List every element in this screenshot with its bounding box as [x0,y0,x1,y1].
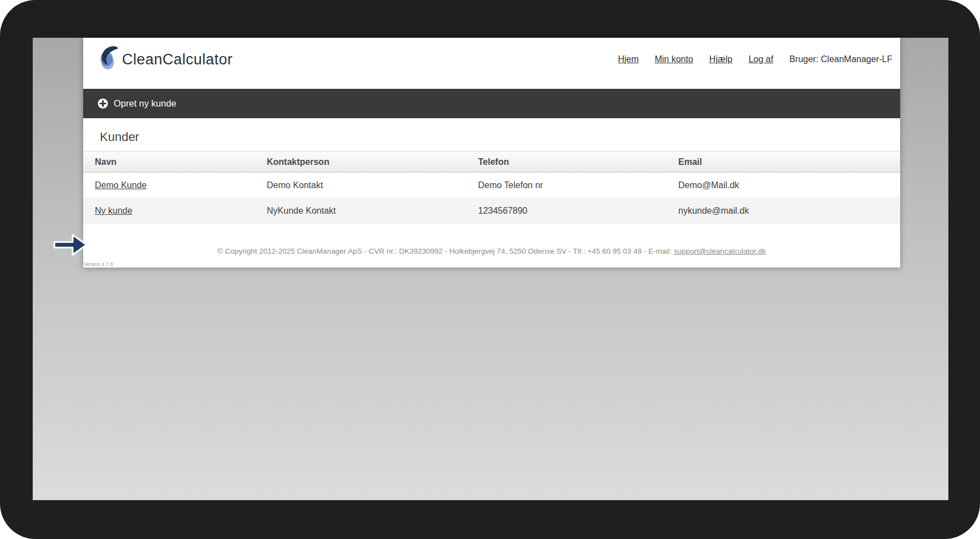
customer-link-ny-kunde[interactable]: Ny kunde [95,206,133,215]
nav-link-log-af[interactable]: Log af [749,54,773,64]
column-header-navn: Navn [83,152,255,173]
logo-swirl-icon [100,45,121,74]
support-email-link[interactable]: support@cleancalculator.dk [674,247,766,255]
nav-link-hjem[interactable]: Hjem [618,54,638,64]
table-row: Ny kunde NyKunde Kontakt 1234567890 nyku… [83,198,900,224]
table-row: Demo Kunde Demo Kontakt Demo Telefon nr … [83,173,900,198]
cell-kontaktperson: NyKunde Kontakt [255,198,466,224]
nav-link-min-konto[interactable]: Min konto [654,54,693,64]
page-title: Kunder [83,118,900,151]
create-customer-button[interactable]: Opret ny kunde [83,89,900,118]
logged-in-user-label: Bruger: CleanManager-LF [789,54,892,64]
page-footer: © Copyright 2012-2025 CleanManager ApS -… [83,247,900,255]
cell-telefon: 1234567890 [466,198,667,224]
column-header-kontaktperson: Kontaktperson [255,152,466,173]
logo[interactable]: CleanCalculator [100,45,233,74]
customer-link-demo-kunde[interactable]: Demo Kunde [95,180,146,190]
cell-email: Demo@Mail.dk [667,173,900,198]
cell-email: nykunde@mail.dk [667,198,900,224]
page-header: CleanCalculator Hjem Min konto Hjælp Log… [83,38,900,89]
cell-navn: Ny kunde [83,198,255,224]
cell-telefon: Demo Telefon nr [466,173,667,198]
version-label: Version 1.7.8 [84,261,113,267]
cell-kontaktperson: Demo Kontakt [255,173,466,198]
column-header-telefon: Telefon [466,152,667,173]
desktop-background: CleanCalculator Hjem Min konto Hjælp Log… [33,38,948,500]
customers-table: Navn Kontaktperson Telefon Email Demo Ku… [83,151,900,224]
copyright-text: © Copyright 2012-2025 CleanManager ApS -… [217,247,672,255]
table-header-row: Navn Kontaktperson Telefon Email [83,152,900,173]
top-nav: Hjem Min konto Hjælp Log af Bruger: Clea… [618,54,892,64]
create-customer-label: Opret ny kunde [114,98,176,109]
logo-text: CleanCalculator [122,51,233,68]
screen-frame: CleanCalculator Hjem Min konto Hjælp Log… [0,0,980,539]
cell-navn: Demo Kunde [83,173,255,198]
column-header-email: Email [667,152,900,173]
nav-link-hjaelp[interactable]: Hjælp [709,54,733,64]
annotation-arrow-icon [52,233,89,257]
plus-circle-icon [98,98,108,109]
browser-page: CleanCalculator Hjem Min konto Hjælp Log… [83,38,900,268]
